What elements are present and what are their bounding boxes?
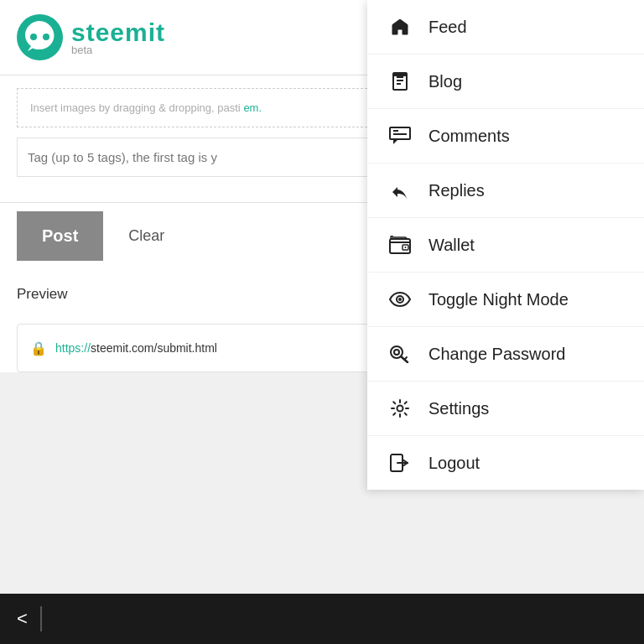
settings-label: Settings <box>428 399 489 418</box>
svg-point-16 <box>398 298 402 301</box>
logout-icon <box>388 451 412 475</box>
wallet-label: Wallet <box>428 236 475 255</box>
logo-name: steemit <box>71 18 165 47</box>
feed-label: Feed <box>428 18 467 37</box>
logo-beta: beta <box>71 44 165 56</box>
menu-item-feed[interactable]: Feed <box>367 0 644 55</box>
back-button[interactable]: < <box>17 608 28 630</box>
preview-label: Preview <box>17 286 67 302</box>
svg-point-18 <box>394 350 399 355</box>
house-icon <box>388 15 412 39</box>
comments-label: Comments <box>428 127 510 146</box>
change-password-label: Change Password <box>428 345 565 364</box>
menu-item-comments[interactable]: Comments <box>367 109 644 164</box>
svg-point-19 <box>397 406 403 412</box>
bottom-nav: < <box>0 594 644 644</box>
svg-marker-11 <box>393 139 398 144</box>
image-drop-text: Insert images by dragging & dropping, pa… <box>30 101 262 114</box>
svg-point-2 <box>43 34 49 40</box>
menu-item-change-password[interactable]: Change Password <box>367 327 644 382</box>
gear-icon <box>388 397 412 420</box>
logo-text-container: steemit beta <box>71 18 165 56</box>
url-protocol: https:// <box>55 341 91 355</box>
replies-label: Replies <box>428 181 485 200</box>
url-host: steemit.com/submit.html <box>91 341 217 355</box>
clear-button[interactable]: Clear <box>120 219 173 253</box>
eye-icon <box>388 288 412 311</box>
menu-item-replies[interactable]: Replies <box>367 164 644 218</box>
key-icon <box>388 342 412 366</box>
menu-item-wallet[interactable]: Wallet <box>367 218 644 273</box>
cursor-line <box>40 606 42 631</box>
comments-icon <box>388 124 412 148</box>
lock-icon: 🔒 <box>30 340 47 356</box>
svg-point-1 <box>30 34 37 40</box>
logout-label: Logout <box>428 454 480 473</box>
wallet-icon <box>388 233 412 257</box>
steemit-logo-icon <box>17 14 63 60</box>
logo-area: steemit beta <box>17 14 165 60</box>
post-button[interactable]: Post <box>17 211 103 261</box>
menu-item-settings[interactable]: Settings <box>367 382 644 436</box>
svg-rect-7 <box>393 73 407 76</box>
menu-item-toggle-night-mode[interactable]: Toggle Night Mode <box>367 273 644 327</box>
file-text-icon <box>388 70 412 93</box>
svg-point-14 <box>405 247 407 248</box>
menu-item-logout[interactable]: Logout <box>367 436 644 490</box>
reply-icon <box>388 179 412 202</box>
dropdown-menu: Feed Blog <box>367 0 644 490</box>
blog-label: Blog <box>428 72 462 91</box>
menu-item-blog[interactable]: Blog <box>367 55 644 109</box>
toggle-night-mode-label: Toggle Night Mode <box>428 290 569 309</box>
